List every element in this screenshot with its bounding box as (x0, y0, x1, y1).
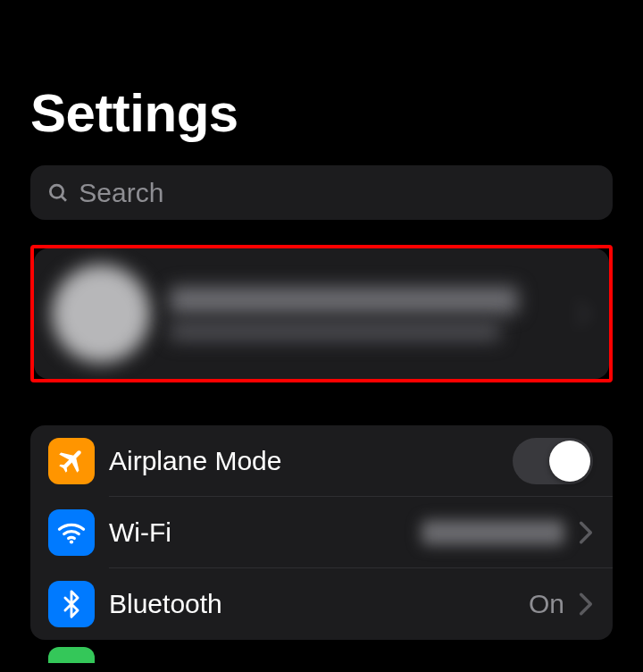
wifi-value (422, 520, 564, 545)
chevron-right-icon (579, 520, 593, 545)
airplane-mode-toggle[interactable] (513, 438, 593, 484)
apple-id-row[interactable] (34, 248, 609, 379)
wifi-label: Wi-Fi (109, 517, 171, 548)
connectivity-group: Airplane Mode Wi-Fi Bluetooth (30, 425, 613, 640)
bluetooth-row[interactable]: Bluetooth On (30, 568, 613, 640)
airplane-icon (48, 438, 95, 484)
svg-line-1 (62, 196, 66, 200)
chevron-right-icon (579, 592, 593, 617)
search-field[interactable] (30, 165, 613, 220)
bluetooth-value: On (529, 589, 564, 619)
search-input[interactable] (79, 178, 597, 208)
wifi-row[interactable]: Wi-Fi (30, 497, 613, 568)
apple-id-text (170, 287, 555, 340)
bluetooth-label: Bluetooth (109, 589, 222, 619)
wifi-icon (48, 509, 95, 556)
chevron-right-icon (575, 300, 591, 327)
search-icon (46, 181, 70, 206)
svg-point-2 (70, 540, 73, 543)
apple-id-highlight (30, 245, 613, 382)
avatar (52, 265, 150, 363)
apple-id-name (170, 287, 518, 314)
airplane-mode-row[interactable]: Airplane Mode (30, 425, 613, 497)
page-title: Settings (30, 82, 613, 144)
apple-id-subtitle (170, 323, 500, 340)
next-row-peek (30, 647, 613, 663)
cellular-icon (48, 647, 95, 663)
svg-point-0 (50, 185, 63, 197)
bluetooth-icon (48, 581, 95, 627)
airplane-mode-label: Airplane Mode (109, 446, 281, 476)
